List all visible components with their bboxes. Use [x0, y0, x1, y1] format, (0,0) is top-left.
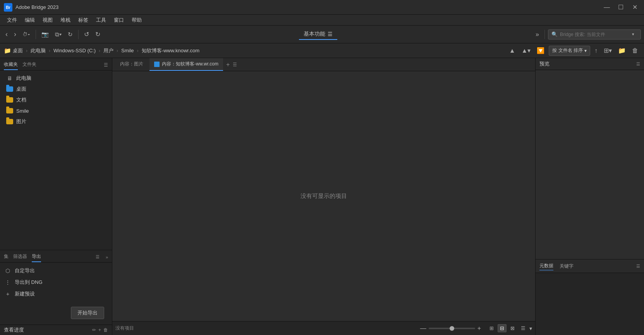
minimize-button[interactable]: —: [601, 2, 612, 13]
folder-home-icon: 📁: [4, 47, 11, 54]
preview-menu-icon[interactable]: ☰: [636, 62, 640, 67]
history-button[interactable]: ⏱▾: [20, 29, 33, 40]
breadcrumb-desktop[interactable]: 桌面: [13, 47, 23, 54]
menu-view[interactable]: 视图: [39, 15, 57, 25]
export-progress-bar: 查看进度 ✏ + 🗑: [0, 325, 112, 335]
filter-icon-2[interactable]: ▲▾: [519, 46, 532, 55]
menu-help[interactable]: 帮助: [128, 15, 146, 25]
delete-button[interactable]: 🗑: [630, 46, 640, 55]
search-box: 🔍 ▾: [548, 29, 641, 40]
nav-label-desktop: 桌面: [16, 86, 26, 93]
close-button[interactable]: ✕: [629, 2, 640, 13]
bottom-tab-collection[interactable]: 集: [4, 252, 9, 262]
workspace-button[interactable]: 基本功能 ☰: [299, 29, 337, 40]
filter-icon-1[interactable]: ▲: [507, 46, 517, 55]
bottom-tab-more[interactable]: »: [106, 255, 108, 259]
new-folder-button[interactable]: 📁: [616, 46, 628, 55]
search-dropdown-button[interactable]: ▾: [632, 32, 634, 37]
filter-button[interactable]: 🔽: [535, 46, 546, 55]
progress-icons: ✏ + 🗑: [92, 327, 108, 333]
metadata-menu-icon[interactable]: ☰: [636, 264, 640, 269]
more-button[interactable]: »: [533, 29, 541, 40]
tab-menu-button[interactable]: ☰: [233, 62, 237, 67]
metadata-tab-metadata[interactable]: 元数据: [539, 262, 553, 270]
menu-bar: 文件 编辑 视图 堆栈 标签 工具 窗口 帮助: [0, 15, 644, 26]
menu-stack[interactable]: 堆栈: [57, 15, 74, 25]
metadata-body: [536, 273, 644, 335]
breadcrumb-drive[interactable]: Windows-SSD (C:): [53, 48, 96, 53]
view-grid2-button[interactable]: ⊟: [498, 324, 507, 332]
metadata-tab-keywords[interactable]: 关键字: [560, 262, 574, 270]
zoom-controls: — +: [420, 325, 481, 332]
tab-blue-square: [154, 62, 160, 67]
export-item-new-preset[interactable]: + 新建预设: [0, 288, 112, 300]
breadcrumb-current[interactable]: 知软博客-www.knowr.com: [142, 47, 200, 54]
add-tab-button[interactable]: +: [225, 61, 231, 68]
right-panel: 预览 ☰ 元数据 关键字 ☰: [536, 58, 644, 335]
left-bottom-panel: 集 筛选器 导出 ☰ » ⬡ 自定导出 ⋮ 导出到 DNG + 新建预设: [0, 250, 112, 335]
nav-item-documents[interactable]: 文档: [0, 94, 112, 105]
export-dng-icon: ⋮: [4, 279, 12, 285]
breadcrumb-users[interactable]: 用户: [103, 47, 113, 54]
bottom-tab-export[interactable]: 导出: [32, 252, 41, 262]
content-tab-pictures[interactable]: 内容：图片: [115, 58, 148, 71]
nav-item-pictures[interactable]: 图片: [0, 116, 112, 127]
sort-button[interactable]: 按 文件名 排序 ▾: [549, 46, 590, 56]
menu-edit[interactable]: 编辑: [21, 15, 39, 25]
view-list-button[interactable]: ☰: [519, 324, 528, 332]
back-button[interactable]: ‹: [3, 29, 10, 40]
breadcrumb-smile[interactable]: Smile: [121, 48, 134, 53]
menu-tools[interactable]: 工具: [92, 15, 110, 25]
refresh-button[interactable]: ↻: [65, 29, 75, 40]
export-custom-icon: ⬡: [4, 268, 12, 274]
breadcrumb-computer[interactable]: 此电脑: [31, 47, 46, 54]
tab-folders[interactable]: 文件夹: [22, 60, 36, 70]
folder-yellow-icon-docs: [6, 96, 13, 103]
zoom-in-button[interactable]: +: [477, 325, 481, 332]
edit-icon[interactable]: ✏: [92, 327, 96, 333]
folder-yellow-icon-pics: [6, 118, 13, 125]
breadcrumb-actions: ▲ ▲▾ 🔽 按 文件名 排序 ▾ ↑ ⊞▾ 📁 🗑: [507, 46, 640, 56]
view-dropdown-button[interactable]: ▾: [529, 325, 532, 332]
separator-1: [36, 30, 36, 39]
folder-blue-icon: [6, 86, 13, 93]
left-top-panel: 收藏夹 文件夹 ☰ 🖥 此电脑 桌面: [0, 58, 112, 250]
app-logo: Br: [4, 3, 12, 12]
export-item-dng[interactable]: ⋮ 导出到 DNG: [0, 277, 112, 288]
content-tab-blog[interactable]: 内容：知软博客-ww.wr.com: [149, 58, 223, 71]
bottom-tab-menu[interactable]: ☰: [96, 254, 100, 259]
zoom-slider[interactable]: [429, 328, 475, 329]
nav-item-smile[interactable]: Smile: [0, 105, 112, 116]
sort-label: 按 文件名 排序: [552, 47, 583, 54]
menu-file[interactable]: 文件: [3, 15, 21, 25]
tab-favorites[interactable]: 收藏夹: [4, 60, 18, 70]
bottom-tab-filter[interactable]: 筛选器: [13, 252, 27, 262]
camera-button[interactable]: 📷: [39, 29, 51, 40]
menu-window[interactable]: 窗口: [110, 15, 128, 25]
search-input[interactable]: [560, 32, 630, 37]
maximize-button[interactable]: ☐: [615, 2, 626, 13]
add-icon[interactable]: +: [98, 327, 101, 333]
nav-label-computer: 此电脑: [16, 75, 31, 82]
sort-direction-button[interactable]: ↑: [592, 46, 599, 55]
redo-button[interactable]: ↻: [93, 29, 103, 40]
forward-button[interactable]: ›: [12, 29, 19, 40]
left-panel: 收藏夹 文件夹 ☰ 🖥 此电脑 桌面: [0, 58, 112, 335]
left-panel-menu[interactable]: ☰: [104, 62, 108, 68]
preview-body: [536, 70, 644, 259]
empty-message: 没有可显示的项目: [301, 192, 347, 200]
view-grid-button[interactable]: ⊞: [487, 324, 496, 332]
view-options-button[interactable]: ⊞▾: [602, 46, 614, 55]
delete-icon[interactable]: 🗑: [103, 327, 108, 333]
export-item-custom[interactable]: ⬡ 自定导出: [0, 265, 112, 277]
start-export-button[interactable]: 开始导出: [71, 307, 104, 319]
menu-label[interactable]: 标签: [74, 15, 92, 25]
copy-button[interactable]: ⧉▾: [53, 29, 64, 40]
view-grid3-button[interactable]: ⊠: [508, 324, 517, 332]
separator-3: [544, 30, 545, 39]
undo-button[interactable]: ↺: [82, 29, 91, 40]
nav-item-computer[interactable]: 🖥 此电脑: [0, 73, 112, 84]
zoom-out-button[interactable]: —: [420, 325, 426, 332]
nav-item-desktop[interactable]: 桌面: [0, 84, 112, 94]
toolbar: ‹ › ⏱▾ 📷 ⧉▾ ↻ ↺ ↻ 基本功能 ☰ » 🔍 ▾: [0, 26, 644, 43]
